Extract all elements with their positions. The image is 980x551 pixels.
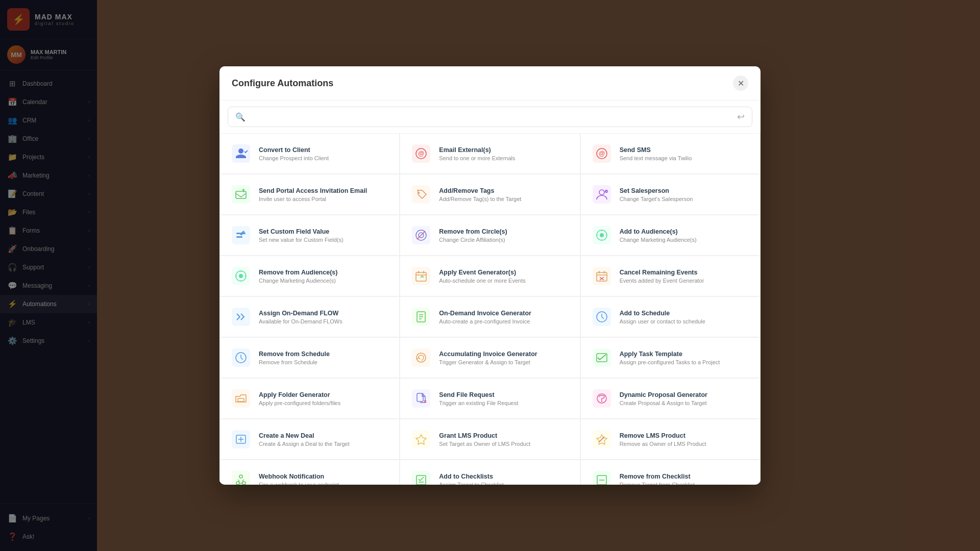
- svg-text:@: @: [599, 150, 605, 157]
- automation-text-remove-from-checklist: Remove from Checklist Remove Target from…: [620, 473, 695, 485]
- search-bar: 🔍 ↩: [228, 107, 752, 127]
- automation-icon-dynamic-proposal-generator: [591, 388, 612, 409]
- automation-card-send-file-request[interactable]: Send File Request Trigger an existing Fi…: [400, 378, 580, 419]
- svg-point-13: [605, 190, 608, 193]
- automation-text-cancel-remaining-events: Cancel Remaining Events Events added by …: [620, 269, 704, 284]
- automation-icon-set-salesperson: [591, 184, 612, 205]
- automation-desc-remove-from-circles: Change Circle Affiliation(s): [439, 237, 507, 243]
- automation-icon-add-to-audiences: [591, 224, 612, 246]
- automation-title-on-demand-invoice-generator: On-Demand Invoice Generator: [439, 310, 531, 317]
- automation-card-webhook-notification[interactable]: Webhook Notification Fire a webhook to y…: [219, 460, 400, 485]
- automation-icon-assign-on-demand-flow: [230, 306, 252, 328]
- automation-card-remove-from-checklist[interactable]: Remove from Checklist Remove Target from…: [580, 460, 761, 485]
- automation-card-remove-from-audiences[interactable]: Remove from Audience(s) Change Marketing…: [219, 256, 400, 296]
- automation-desc-send-sms: Send text message via Twilio: [620, 155, 692, 161]
- svg-rect-51: [412, 430, 430, 448]
- automation-card-send-sms[interactable]: @ Send SMS Send text message via Twilio: [580, 133, 761, 174]
- automation-card-add-to-checklists[interactable]: Add to Checklists Assign Target to Check…: [400, 460, 580, 485]
- automation-title-remove-from-schedule: Remove from Schedule: [259, 350, 330, 358]
- automation-desc-grant-lms-product: Set Target as Owner of LMS Product: [439, 441, 530, 447]
- search-input[interactable]: [251, 113, 732, 121]
- automation-title-webhook-notification: Webhook Notification: [259, 473, 339, 480]
- automation-desc-send-portal-access: Invite user to access Portal: [259, 196, 367, 202]
- automation-desc-remove-lms-product: Remove as Owner of LMS Product: [620, 441, 706, 447]
- automation-title-apply-event-generator: Apply Event Generator(s): [439, 269, 525, 276]
- svg-rect-7: [232, 185, 250, 204]
- automation-desc-accumulating-invoice-generator: Trigger Generator & Assign to Target: [439, 359, 537, 365]
- automation-card-on-demand-invoice-generator[interactable]: On-Demand Invoice Generator Auto-create …: [400, 296, 580, 337]
- automation-card-dynamic-proposal-generator[interactable]: Dynamic Proposal Generator Create Propos…: [580, 378, 761, 419]
- automation-card-remove-from-circles[interactable]: Remove from Circle(s) Change Circle Affi…: [400, 215, 580, 256]
- automation-desc-convert-to-client: Change Prospect into Client: [259, 155, 329, 161]
- automation-card-set-salesperson[interactable]: Set Salesperson Change Target's Salesper…: [580, 174, 761, 215]
- automation-desc-remove-from-checklist: Remove Target from Checklist: [620, 482, 695, 485]
- automation-desc-add-to-schedule: Assign user or contact to schedule: [620, 318, 705, 324]
- automation-card-apply-folder-generator[interactable]: Apply Folder Generator Apply pre-configu…: [219, 378, 400, 419]
- automation-title-grant-lms-product: Grant LMS Product: [439, 432, 530, 439]
- automation-icon-remove-from-schedule: [230, 347, 252, 368]
- automation-card-create-new-deal[interactable]: Create a New Deal Create & Assign a Deal…: [219, 419, 400, 460]
- automation-icon-add-to-checklists: [410, 469, 432, 485]
- automation-text-remove-from-schedule: Remove from Schedule Remove from Schedul…: [259, 350, 330, 365]
- automation-icon-remove-from-audiences: [230, 265, 252, 287]
- automation-card-email-externals[interactable]: @ Email External(s) Send to one or more …: [400, 133, 580, 174]
- automation-icon-email-externals: @: [410, 143, 432, 164]
- automation-desc-dynamic-proposal-generator: Create Proposal & Assign to Target: [620, 400, 707, 406]
- automation-desc-set-salesperson: Change Target's Salesperson: [620, 196, 693, 202]
- automation-desc-send-file-request: Trigger an existing File Request: [439, 400, 518, 406]
- automation-icon-apply-task-template: [591, 347, 612, 368]
- automation-grid: Convert to Client Change Prospect into C…: [219, 133, 761, 485]
- back-button[interactable]: ↩: [737, 111, 745, 122]
- automation-text-remove-from-audiences: Remove from Audience(s) Change Marketing…: [259, 269, 337, 284]
- automation-desc-email-externals: Send to one or more Externals: [439, 155, 515, 161]
- automation-text-send-sms: Send SMS Send text message via Twilio: [620, 146, 692, 161]
- automation-card-cancel-remaining-events[interactable]: Cancel Remaining Events Events added by …: [580, 256, 761, 296]
- automation-title-add-to-audiences: Add to Audience(s): [620, 228, 697, 235]
- svg-point-26: [239, 274, 243, 278]
- automation-card-accumulating-invoice-generator[interactable]: Accumulating Invoice Generator Trigger G…: [400, 337, 580, 378]
- automation-title-send-sms: Send SMS: [620, 146, 692, 154]
- svg-rect-44: [412, 389, 430, 408]
- modal-overlay[interactable]: Configure Automations ✕ 🔍 ↩ Convert to C…: [0, 0, 980, 551]
- automation-desc-apply-folder-generator: Apply pre-configured folders/files: [259, 400, 340, 406]
- automation-icon-remove-from-circles: [410, 224, 432, 246]
- automation-icon-apply-event-generator: [410, 265, 432, 287]
- automation-desc-add-remove-tags: Add/Remove Tag(s) to the Target: [439, 196, 521, 202]
- svg-point-23: [600, 233, 604, 237]
- close-button[interactable]: ✕: [733, 76, 748, 91]
- svg-rect-9: [412, 185, 430, 204]
- automation-icon-remove-from-checklist: [591, 469, 612, 485]
- automation-card-set-custom-field[interactable]: Set Custom Field Value Set new value for…: [219, 215, 400, 256]
- automation-title-accumulating-invoice-generator: Accumulating Invoice Generator: [439, 350, 537, 358]
- automation-card-apply-event-generator[interactable]: Apply Event Generator(s) Auto-schedule o…: [400, 256, 580, 296]
- automation-desc-set-custom-field: Set new value for Custom Field(s): [259, 237, 344, 243]
- automation-card-remove-lms-product[interactable]: Remove LMS Product Remove as Owner of LM…: [580, 419, 761, 460]
- automation-title-remove-from-audiences: Remove from Audience(s): [259, 269, 337, 276]
- automation-text-add-remove-tags: Add/Remove Tags Add/Remove Tag(s) to the…: [439, 187, 521, 202]
- automation-card-add-to-schedule[interactable]: Add to Schedule Assign user or contact t…: [580, 296, 761, 337]
- automation-card-grant-lms-product[interactable]: Grant LMS Product Set Target as Owner of…: [400, 419, 580, 460]
- automation-text-apply-folder-generator: Apply Folder Generator Apply pre-configu…: [259, 391, 340, 406]
- automation-title-assign-on-demand-flow: Assign On-Demand FLOW: [259, 310, 342, 317]
- automation-desc-assign-on-demand-flow: Available for On-Demand FLOWs: [259, 318, 342, 324]
- automation-card-add-to-audiences[interactable]: Add to Audience(s) Change Marketing Audi…: [580, 215, 761, 256]
- automation-icon-on-demand-invoice-generator: [410, 306, 432, 328]
- automation-card-apply-task-template[interactable]: Apply Task Template Assign pre-configure…: [580, 337, 761, 378]
- automation-card-remove-from-schedule[interactable]: Remove from Schedule Remove from Schedul…: [219, 337, 400, 378]
- automation-desc-on-demand-invoice-generator: Auto-create a pre-configured Invoice: [439, 318, 531, 324]
- automation-title-apply-task-template: Apply Task Template: [620, 350, 720, 358]
- automation-card-send-portal-access[interactable]: Send Portal Access Invitation Email Invi…: [219, 174, 400, 215]
- automation-text-add-to-checklists: Add to Checklists Assign Target to Check…: [439, 473, 503, 485]
- svg-rect-16: [236, 236, 242, 238]
- configure-automations-modal: Configure Automations ✕ 🔍 ↩ Convert to C…: [219, 66, 761, 485]
- automation-title-apply-folder-generator: Apply Folder Generator: [259, 391, 340, 398]
- svg-text:@: @: [418, 150, 424, 157]
- automation-card-convert-to-client[interactable]: Convert to Client Change Prospect into C…: [219, 133, 400, 174]
- automation-icon-send-portal-access: [230, 184, 252, 205]
- svg-rect-38: [412, 348, 430, 367]
- automation-icon-add-to-schedule: [591, 306, 612, 328]
- automation-card-add-remove-tags[interactable]: Add/Remove Tags Add/Remove Tag(s) to the…: [400, 174, 580, 215]
- automation-text-add-to-audiences: Add to Audience(s) Change Marketing Audi…: [620, 228, 697, 243]
- automation-text-on-demand-invoice-generator: On-Demand Invoice Generator Auto-create …: [439, 310, 531, 324]
- automation-card-assign-on-demand-flow[interactable]: Assign On-Demand FLOW Available for On-D…: [219, 296, 400, 337]
